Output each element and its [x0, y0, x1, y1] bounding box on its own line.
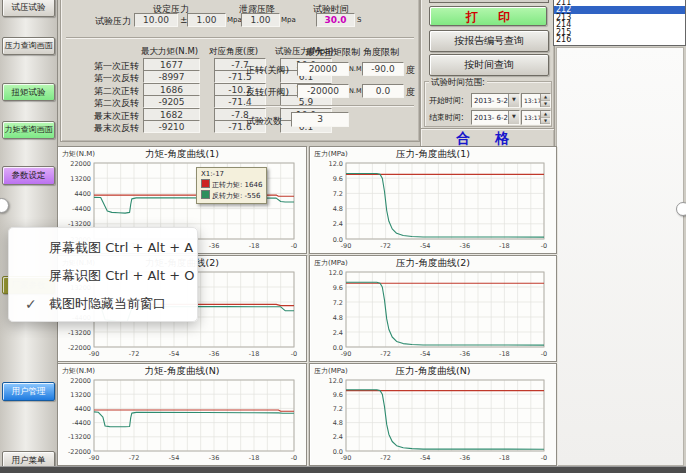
- svg-text:4.8: 4.8: [333, 205, 343, 213]
- test-pressure-field[interactable]: 10.00: [134, 13, 178, 27]
- svg-text:4.8: 4.8: [333, 314, 343, 322]
- svg-text:-54: -54: [169, 454, 180, 462]
- svg-text:12.0: 12.0: [329, 160, 343, 168]
- end-date-value: 2013- 6-27: [472, 114, 508, 122]
- sidebar-item-torque-test[interactable]: 扭矩试验: [2, 83, 55, 101]
- test-count-field[interactable]: 3: [291, 112, 349, 127]
- tooltip-reverse-row: 反转力矩: -556: [201, 190, 262, 201]
- reverse-torque-field[interactable]: -20000: [297, 84, 349, 98]
- svg-text:4400: 4400: [74, 405, 91, 413]
- sidebar-item-pressure-query[interactable]: 压力查询画面: [2, 37, 55, 55]
- torque-cell: -9205: [143, 95, 200, 108]
- query-by-time-button[interactable]: 按时间查询: [429, 54, 549, 76]
- menu-item-screenshot[interactable]: 屏幕截图 Ctrl + Alt + A: [9, 234, 197, 262]
- svg-text:22000: 22000: [70, 377, 91, 385]
- svg-text:-18: -18: [249, 454, 260, 462]
- print-button[interactable]: 打 印: [429, 6, 547, 26]
- chart-tooltip: X1:-17 正转力矩: 1646 反转力矩: -556: [196, 167, 267, 204]
- drawer-handle-right[interactable]: [676, 202, 686, 216]
- svg-text:-72: -72: [129, 454, 140, 462]
- end-time-label: 结束时间:: [429, 112, 464, 123]
- svg-text:-54: -54: [420, 454, 431, 462]
- menu-item-screen-ocr[interactable]: 屏幕识图 Ctrl + Alt + O: [9, 262, 197, 290]
- reverse-angle-field[interactable]: 0.0: [362, 84, 404, 98]
- svg-text:0.0: 0.0: [333, 236, 343, 244]
- time-range-groupbox: 试验时间范围: 开始时间: 2013- 5-28 ▼ 13:17:35 ▲▼ 结…: [424, 81, 552, 127]
- svg-text:-18: -18: [499, 242, 510, 250]
- tolerance-field[interactable]: 1.00: [187, 13, 226, 27]
- nm-unit-2: N.M: [349, 87, 362, 95]
- spinner-down-icon[interactable]: ▼: [541, 118, 550, 125]
- tooltip-forward-row: 正转力矩: 1646: [201, 179, 262, 190]
- spinner-down-icon[interactable]: ▼: [541, 101, 550, 108]
- menu-item-hide-window[interactable]: ✓截图时隐藏当前窗口: [9, 290, 197, 318]
- dropdown-arrow-icon[interactable]: ▼: [508, 111, 519, 124]
- svg-text:-36: -36: [209, 350, 220, 358]
- row-label: 最末次反转: [71, 122, 139, 135]
- svg-text:-36: -36: [459, 350, 470, 358]
- deg-unit-1: 度: [406, 64, 415, 77]
- svg-text:-4400: -4400: [72, 205, 91, 213]
- chart-svg: -90-72-54-36-18-012.09.67.24.82.40.0: [312, 160, 552, 251]
- end-date-select[interactable]: 2013- 6-27 ▼: [471, 110, 520, 125]
- row-label: 第一次反转: [71, 72, 139, 85]
- svg-text:-54: -54: [420, 242, 431, 250]
- forward-angle-field[interactable]: -90.0: [362, 62, 404, 76]
- svg-text:0.0: 0.0: [333, 344, 343, 352]
- svg-text:9.6: 9.6: [333, 391, 343, 399]
- svg-text:-0: -0: [541, 350, 547, 358]
- cutoff-button[interactable]: [429, 0, 549, 3]
- report-list-item-selected[interactable]: 212: [554, 6, 685, 13]
- start-time-spinner[interactable]: 13:17:35 ▲▼: [521, 93, 551, 108]
- chart-panel-pressure-2: 压力(MPa) 压力-角度曲线(2) -90-72-54-36-18-012.0…: [309, 255, 557, 362]
- svg-text:-72: -72: [380, 350, 391, 358]
- sidebar-item-torque-query[interactable]: 力矩查询画面: [2, 121, 55, 139]
- svg-text:4.8: 4.8: [333, 419, 343, 427]
- right-blank-panel: [556, 47, 684, 466]
- svg-text:-0: -0: [291, 242, 297, 250]
- reverse-label: 反转(开阀): [246, 86, 289, 99]
- forward-torque-field[interactable]: 20000: [297, 62, 349, 76]
- query-panel: 打 印 按报告编号查询 按时间查询 试验时间范围: 开始时间: 2013- 5-…: [420, 0, 555, 130]
- start-date-select[interactable]: 2013- 5-28 ▼: [471, 93, 520, 108]
- forward-torque-swatch-icon: [201, 179, 210, 188]
- sidebar-item-pressure-test[interactable]: 试压试验: [2, 0, 55, 17]
- svg-text:7.2: 7.2: [333, 405, 343, 413]
- svg-text:-36: -36: [209, 454, 220, 462]
- svg-text:-54: -54: [169, 350, 180, 358]
- test-count-label: 试验次数: [246, 115, 282, 128]
- menu-item-hide-window-label: 截图时隐藏当前窗口: [49, 296, 166, 311]
- dropdown-arrow-icon[interactable]: ▼: [508, 94, 519, 107]
- chart-svg: -90-72-54-36-18-012.09.67.24.82.40.0: [312, 377, 552, 463]
- svg-text:-36: -36: [459, 242, 470, 250]
- end-time-spinner[interactable]: 13:17:35 ▲▼: [521, 110, 551, 125]
- end-time-value: 13:17:35: [522, 114, 540, 121]
- svg-text:13200: 13200: [70, 175, 91, 183]
- svg-text:-36: -36: [459, 454, 470, 462]
- test-time-field[interactable]: 30.0: [316, 13, 355, 27]
- leak-drop-field[interactable]: 1.00: [241, 13, 280, 27]
- sidebar-item-user-management[interactable]: 用户管理: [2, 382, 55, 401]
- svg-text:-54: -54: [420, 350, 431, 358]
- settings-results-panel: 设定压力 试验压力 10.00 ± 1.00 Mpa 泄露压降 1.00 Mpa…: [60, 0, 420, 142]
- svg-text:9.6: 9.6: [333, 284, 343, 292]
- torque-cell: -8997: [143, 70, 200, 83]
- sidebar-item-parameter-settings[interactable]: 参数设定: [2, 166, 55, 185]
- nm-unit-1: N.M: [349, 65, 362, 73]
- mpa-unit-1: Mpa: [227, 16, 242, 24]
- query-by-report-button[interactable]: 按报告编号查询: [429, 30, 549, 52]
- taskbar-strip: [0, 466, 686, 473]
- svg-text:-72: -72: [380, 454, 391, 462]
- report-list-item[interactable]: 215: [554, 29, 685, 36]
- svg-text:22000: 22000: [70, 160, 91, 168]
- svg-text:-72: -72: [129, 350, 140, 358]
- result-status: 合 格: [421, 129, 554, 147]
- report-list-item[interactable]: 213: [554, 14, 685, 21]
- report-listbox[interactable]: 211 212 213 214 215 216: [553, 0, 686, 46]
- row-label: 第二次反转: [71, 97, 139, 110]
- report-list-item[interactable]: 216: [554, 36, 685, 43]
- svg-text:-36: -36: [209, 242, 220, 250]
- svg-text:12.0: 12.0: [329, 269, 343, 277]
- report-list-item[interactable]: 214: [554, 21, 685, 28]
- svg-text:-72: -72: [380, 242, 391, 250]
